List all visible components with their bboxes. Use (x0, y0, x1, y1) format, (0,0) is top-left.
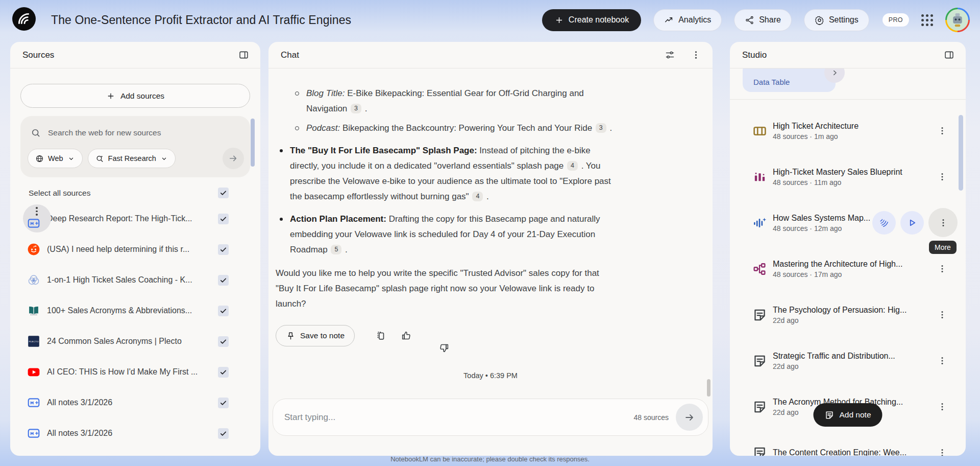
search-icon (31, 128, 41, 138)
studio-item-more-button[interactable] (937, 126, 947, 136)
analytics-button[interactable]: Analytics (653, 9, 722, 31)
chat-timestamp: Today • 6:39 PM (268, 371, 713, 380)
studio-item-meta: 48 sources · 11m ago (773, 178, 932, 187)
arrow-right-icon (228, 153, 238, 164)
settings-button[interactable]: Settings (804, 9, 869, 31)
create-notebook-button[interactable]: Create notebook (542, 9, 641, 31)
chat-more-icon[interactable] (691, 50, 701, 60)
source-checkbox[interactable] (218, 398, 229, 408)
share-button[interactable]: Share (734, 9, 792, 31)
share-icon (745, 15, 754, 25)
chat-title: Chat (281, 50, 299, 60)
citation-chip[interactable]: 4 (472, 192, 483, 201)
source-item[interactable]: AI CEO: THIS is How I'd Make My First ..… (10, 357, 260, 387)
source-checkbox[interactable] (218, 367, 229, 378)
source-item[interactable]: PLECTO 24 Common Sales Acronyms | Plecto (10, 326, 260, 357)
chat-message: Blog Title: E-Bike Bikepacking: Essentia… (268, 68, 713, 312)
copy-icon[interactable] (375, 330, 386, 341)
chat-settings-icon[interactable] (665, 50, 675, 60)
search-options-row: Web Fast Research (28, 148, 244, 169)
studio-list: High Ticket Architecture 48 sources · 1m… (730, 100, 966, 456)
studio-item-more-button[interactable] (937, 310, 947, 320)
chevron-right-icon (830, 68, 839, 77)
studio-item-meta: 22d ago (773, 316, 932, 324)
source-checkbox[interactable] (218, 214, 229, 224)
search-input[interactable]: Search the web for new sources (28, 121, 244, 145)
interactive-mode-button[interactable] (872, 211, 896, 235)
chat-scrollbar-thumb[interactable] (707, 379, 710, 397)
account-avatar[interactable] (945, 8, 970, 32)
source-item[interactable]: All notes 3/1/2026 (10, 387, 260, 418)
message-actions-row: Save to note (276, 325, 713, 346)
web-filter-dropdown[interactable]: Web (28, 149, 83, 168)
note-doc-icon (752, 446, 767, 456)
plecto-icon: PLECTO (27, 335, 40, 348)
studio-item[interactable]: The Content Creation Engine: Wee... (730, 430, 966, 456)
search-submit-button[interactable] (223, 148, 244, 169)
expand-panel-icon[interactable] (944, 50, 954, 60)
source-item[interactable]: (USA) I need help determining if this r.… (10, 234, 260, 265)
data-table-chip[interactable]: Data Table (743, 68, 836, 92)
studio-item[interactable]: Strategic Traffic and Distribution... 22… (730, 338, 966, 384)
studio-item-title: The Psychology of Persuasion: Hig... (773, 306, 932, 315)
avatar-image (947, 9, 968, 31)
source-item[interactable]: 1-on-1 High Ticket Sales Coaching - K... (10, 265, 260, 295)
send-button[interactable] (676, 404, 703, 431)
svg-text:PLECTO: PLECTO (29, 340, 38, 343)
bullet-marker (295, 126, 299, 130)
google-apps-grid-icon[interactable] (921, 14, 933, 26)
citation-chip[interactable]: 5 (331, 245, 341, 254)
research-mode-dropdown[interactable]: Fast Research (88, 149, 176, 168)
thumb-down-icon[interactable] (426, 330, 437, 341)
source-item[interactable]: Deep Research Report: The High-Tick... (10, 203, 260, 234)
disclaimer-text: NotebookLM can be inaccurate; please dou… (0, 455, 980, 463)
source-checkbox[interactable] (218, 244, 229, 255)
source-checkbox[interactable] (218, 306, 229, 316)
thumb-up-icon[interactable] (401, 330, 412, 341)
collapse-panel-icon[interactable] (238, 50, 249, 60)
add-sources-button[interactable]: Add sources (20, 84, 250, 108)
select-all-checkbox[interactable] (218, 188, 229, 198)
note-doc-icon (752, 308, 767, 322)
interactive-icon (878, 217, 890, 228)
source-title: 1-on-1 High Ticket Sales Coaching - K... (47, 275, 211, 285)
save-to-note-button[interactable]: Save to note (276, 325, 355, 346)
source-item[interactable]: All notes 3/1/2026 (10, 418, 260, 449)
studio-item-actions (872, 208, 958, 237)
source-checkbox[interactable] (218, 428, 229, 439)
youtube-icon (27, 365, 40, 379)
bullet-marker (280, 149, 283, 152)
studio-item[interactable]: The Psychology of Persuasion: Hig... 22d… (730, 292, 966, 338)
play-button[interactable] (900, 211, 924, 235)
chat-text-input[interactable] (284, 412, 634, 423)
citation-chip[interactable]: 4 (567, 161, 578, 171)
studio-item-more-button[interactable] (937, 402, 947, 412)
plus-icon (554, 15, 564, 25)
studio-item[interactable]: How Sales Systems Map... 48 sources · 12… (730, 200, 966, 246)
plus-icon (106, 91, 115, 101)
sources-scrollbar-thumb[interactable] (251, 119, 255, 167)
studio-scrollbar-thumb[interactable] (959, 115, 963, 191)
source-checkbox[interactable] (218, 336, 229, 347)
source-item[interactable]: 100+ Sales Acronyms & Abbreviations... (10, 295, 260, 326)
bullet-marker (280, 218, 283, 221)
studio-item[interactable]: High-Ticket Mastery Sales Blueprint 48 s… (730, 154, 966, 200)
studio-item-more-button[interactable] (928, 208, 958, 237)
citation-chip[interactable]: 3 (351, 104, 361, 113)
sources-panel: Sources Add sources Search the web for n… (10, 42, 260, 456)
pin-icon (286, 331, 296, 341)
add-note-button[interactable]: Add note (813, 403, 882, 427)
bar-chart-icon (752, 170, 767, 184)
studio-item-more-button[interactable] (937, 172, 947, 182)
chat-bullet-item: Blog Title: E-Bike Bikepacking: Essentia… (295, 86, 697, 116)
studio-item[interactable]: High Ticket Architecture 48 sources · 1m… (730, 108, 966, 154)
drag-handle-icon[interactable] (36, 207, 38, 216)
studio-item-more-button[interactable] (937, 264, 947, 274)
table-icon (752, 124, 767, 138)
notebooklm-logo-icon[interactable] (12, 7, 36, 31)
studio-item-more-button[interactable] (937, 356, 947, 366)
app-header: The One-Sentence Profit Extractor and AI… (0, 0, 980, 40)
citation-chip[interactable]: 3 (596, 123, 606, 133)
source-checkbox[interactable] (218, 275, 229, 286)
studio-item-more-button[interactable] (937, 448, 947, 456)
